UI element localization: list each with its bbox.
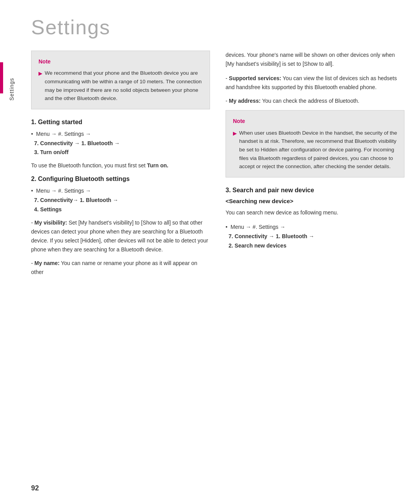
section2-heading: 2. Configuring Bluetooth settings (31, 176, 210, 183)
section2-menu-line1: Menu → #. Settings → (36, 188, 91, 194)
section3-subheading: <Searching new device> (226, 198, 404, 204)
section2-dash2-label: My name: (35, 260, 60, 266)
right-column: devices. Your phone's name will be shown… (226, 51, 404, 281)
section3-bullet: • (226, 224, 228, 230)
section1-menu: • Menu → #. Settings → 7. Connectivity →… (31, 130, 210, 157)
section1-body: To use the Bluetooth function, you must … (31, 161, 210, 170)
note2-title: Note (233, 117, 397, 125)
section3-body: You can search new device as following m… (226, 208, 404, 217)
note2-content: ▶ When user uses Bluetooth Device in the… (233, 129, 397, 171)
page-container: Settings Settings Note ▶ We recommend th… (0, 0, 420, 504)
page-title: Settings (31, 16, 404, 39)
note1-content: ▶ We recommend that your phone and the B… (38, 69, 203, 102)
section1-body-bold: Turn on. (147, 162, 168, 169)
note-box-1: Note ▶ We recommend that your phone and … (31, 51, 210, 109)
section3-menu-line3: 2. Search new devices (229, 242, 287, 249)
section1-menu-line2: 7. Connectivity → 1. Bluetooth → (34, 140, 120, 146)
note1-text: We recommend that your phone and the Blu… (45, 69, 203, 102)
section3-menu-line1: Menu → #. Settings → (231, 224, 285, 230)
section2-bullet: • (31, 188, 33, 194)
section2-menu-line3: 4. Settings (34, 206, 62, 212)
col-right-dash4: - My address: You can check the address … (226, 97, 404, 105)
section2-dash1: - My visibility: Set [My handset's visib… (31, 218, 210, 254)
dash4-text: You can check the address of Bluetooth. (261, 98, 359, 104)
section2-dash2: - My name: You can name or rename your p… (31, 259, 210, 277)
note-box-2: Note ▶ When user uses Bluetooth Device i… (226, 110, 404, 177)
note2-text: When user uses Bluetooth Device in the h… (239, 129, 397, 171)
section1-menu-line3: 3. Turn on/off (34, 149, 68, 155)
sidebar-label: Settings (9, 78, 15, 101)
col-right-dash3: - Supported services: You can view the l… (226, 74, 404, 92)
section1-bullet: • (31, 131, 33, 137)
section3-menu-line2: 7. Connectivity → 1. Bluetooth → (229, 233, 314, 239)
two-col-layout: Note ▶ We recommend that your phone and … (31, 51, 404, 281)
left-column: Note ▶ We recommend that your phone and … (31, 51, 210, 281)
section2-menu: • Menu → #. Settings → 7. Connectivity→ … (31, 186, 210, 214)
note2-arrow: ▶ (233, 130, 237, 138)
note1-arrow: ▶ (38, 70, 42, 78)
section1-heading: 1. Getting started (31, 119, 210, 126)
main-content: Settings Note ▶ We recommend that your p… (23, 0, 420, 504)
section2-menu-line2: 7. Connectivity→ 1. Bluetooth → (34, 197, 118, 203)
section1-menu-line1: Menu → #. Settings → (36, 131, 91, 137)
section3-menu: • Menu → #. Settings → 7. Connectivity →… (226, 223, 404, 250)
section1-body-text: To use the Bluetooth function, you must … (31, 162, 147, 169)
section2-dash1-label: My visibility: (35, 220, 67, 226)
dash4-label: My address: (229, 98, 261, 104)
page-number: 92 (31, 484, 39, 492)
sidebar: Settings (0, 0, 23, 504)
dash3-label: Supported services: (229, 75, 282, 81)
section3-heading: 3. Search and pair new device (226, 187, 404, 194)
sidebar-accent (0, 62, 3, 93)
col-right-text1: devices. Your phone's name will be shown… (226, 51, 404, 68)
note1-title: Note (38, 57, 203, 66)
